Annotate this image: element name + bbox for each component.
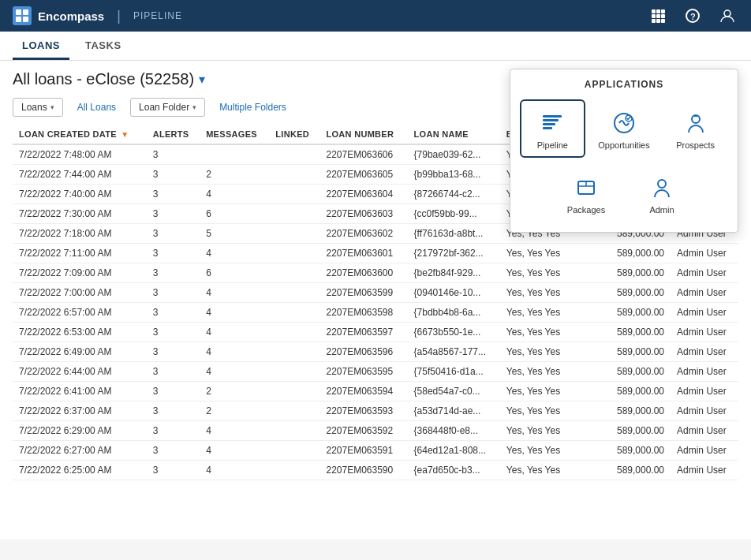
- cell-alerts: 3: [147, 185, 200, 204]
- grid-icon-button[interactable]: [647, 5, 669, 27]
- cell-borrower: Yes, Yes Yes: [500, 401, 605, 421]
- svg-rect-10: [652, 19, 656, 23]
- header: Encompass | PIPELINE ?: [0, 0, 751, 32]
- cell-date: 7/22/2022 7:40:00 AM: [13, 185, 147, 204]
- cell-amount: 589,000.00: [605, 263, 671, 283]
- cell-loan-name: {6673b550-1e...: [408, 323, 500, 342]
- cell-user: Admin User: [671, 362, 738, 382]
- table-row[interactable]: 7/22/2022 6:57:00 AM 3 4 2207EM063598 {7…: [13, 303, 738, 323]
- table-row[interactable]: 7/22/2022 7:11:00 AM 3 4 2207EM063601 {2…: [13, 244, 738, 263]
- cell-linked: [269, 263, 319, 283]
- cell-linked: [269, 165, 319, 185]
- cell-borrower: Yes, Yes Yes: [500, 244, 605, 263]
- cell-date: 7/22/2022 7:18:00 AM: [13, 224, 147, 244]
- cell-linked: [269, 461, 319, 480]
- cell-amount: 589,000.00: [605, 303, 671, 323]
- cell-borrower: Yes, Yes Yes: [500, 263, 605, 283]
- loans-filter-button[interactable]: Loans ▾: [13, 98, 63, 117]
- cell-user: Admin User: [671, 303, 738, 323]
- svg-rect-18: [543, 123, 555, 125]
- cell-loan-name: {a53d714d-ae...: [408, 401, 500, 421]
- table-row[interactable]: 7/22/2022 6:49:00 AM 3 4 2207EM063596 {a…: [13, 342, 738, 362]
- cell-loan-name: {75f50416-d1a...: [408, 362, 500, 382]
- popup-grid-row1: Pipeline Opportunities: [520, 99, 728, 158]
- cell-borrower: Yes, Yes Yes: [500, 441, 605, 461]
- cell-loan-name: {ff76163d-a8bt...: [408, 224, 500, 244]
- cell-linked: [269, 441, 319, 461]
- tab-loans[interactable]: LOANS: [13, 32, 69, 60]
- col-loan-name[interactable]: LOAN NAME: [408, 125, 500, 144]
- cell-date: 7/22/2022 7:44:00 AM: [13, 165, 147, 185]
- cell-linked: [269, 185, 319, 204]
- col-loan-number[interactable]: LOAN NUMBER: [319, 125, 407, 144]
- table-row[interactable]: 7/22/2022 6:44:00 AM 3 4 2207EM063595 {7…: [13, 362, 738, 382]
- cell-borrower: Yes, Yes Yes: [500, 342, 605, 362]
- cell-date: 7/22/2022 7:48:00 AM: [13, 144, 147, 165]
- col-messages[interactable]: MESSAGES: [200, 125, 269, 144]
- admin-svg: [649, 175, 674, 200]
- help-icon-button[interactable]: ?: [682, 5, 704, 27]
- cell-user: Admin User: [671, 323, 738, 342]
- table-row[interactable]: 7/22/2022 6:53:00 AM 3 4 2207EM063597 {6…: [13, 323, 738, 342]
- table-row[interactable]: 7/22/2022 6:25:00 AM 3 4 2207EM063590 {e…: [13, 461, 738, 480]
- popup-item-packages[interactable]: Packages: [551, 164, 621, 222]
- cell-user: Admin User: [671, 421, 738, 441]
- cell-messages: 4: [200, 323, 269, 342]
- cell-date: 7/22/2022 7:00:00 AM: [13, 283, 147, 303]
- cell-loan-name: {cc0f59bb-99...: [408, 204, 500, 224]
- table-row[interactable]: 7/22/2022 6:27:00 AM 3 4 2207EM063591 {6…: [13, 441, 738, 461]
- cell-alerts: 3: [147, 244, 200, 263]
- tabs-bar: LOANS TASKS: [0, 32, 751, 61]
- cell-date: 7/22/2022 6:27:00 AM: [13, 441, 147, 461]
- col-linked[interactable]: LINKED: [269, 125, 319, 144]
- popup-item-prospects[interactable]: Prospects: [663, 99, 728, 158]
- loan-folder-filter-button[interactable]: Loan Folder ▾: [130, 98, 205, 117]
- table-row[interactable]: 7/22/2022 6:41:00 AM 3 2 2207EM063594 {5…: [13, 382, 738, 401]
- cell-messages: 6: [200, 204, 269, 224]
- popup-item-opportunities[interactable]: Opportunities: [592, 99, 657, 158]
- cell-alerts: 3: [147, 165, 200, 185]
- title-dropdown-chevron[interactable]: ▾: [199, 72, 205, 87]
- user-icon-button[interactable]: [716, 5, 738, 27]
- cell-loan-name: {79bae039-62...: [408, 144, 500, 165]
- header-icons: ?: [647, 5, 738, 27]
- table-row[interactable]: 7/22/2022 7:00:00 AM 3 4 2207EM063599 {0…: [13, 283, 738, 303]
- cell-loan-number: 2207EM063592: [319, 421, 407, 441]
- svg-text:?: ?: [690, 12, 696, 21]
- cell-user: Admin User: [671, 461, 738, 480]
- svg-rect-11: [656, 19, 660, 23]
- cell-user: Admin User: [671, 441, 738, 461]
- svg-point-26: [658, 180, 666, 188]
- tab-tasks[interactable]: TASKS: [76, 32, 131, 60]
- table-row[interactable]: 7/22/2022 7:09:00 AM 3 6 2207EM063600 {b…: [13, 263, 738, 283]
- cell-alerts: 3: [147, 224, 200, 244]
- cell-borrower: Yes, Yes Yes: [500, 283, 605, 303]
- col-alerts[interactable]: ALERTS: [147, 125, 200, 144]
- prospects-item-label: Prospects: [676, 140, 715, 150]
- svg-rect-16: [543, 115, 562, 118]
- cell-date: 7/22/2022 6:53:00 AM: [13, 323, 147, 342]
- col-date[interactable]: LOAN CREATED DATE ▼: [13, 125, 147, 144]
- logo-text: Encompass: [38, 9, 104, 23]
- svg-rect-1: [23, 9, 28, 15]
- all-loans-link[interactable]: All Loans: [69, 99, 124, 116]
- cell-loan-number: 2207EM063591: [319, 441, 407, 461]
- cell-loan-name: {7bdbb4b8-6a...: [408, 303, 500, 323]
- cell-messages: 4: [200, 283, 269, 303]
- cell-alerts: 3: [147, 323, 200, 342]
- cell-date: 7/22/2022 6:25:00 AM: [13, 461, 147, 480]
- popup-item-pipeline[interactable]: Pipeline: [520, 99, 585, 158]
- cell-messages: 4: [200, 421, 269, 441]
- cell-user: Admin User: [671, 401, 738, 421]
- popup-item-admin[interactable]: Admin: [627, 164, 697, 222]
- cell-user: Admin User: [671, 263, 738, 283]
- cell-date: 7/22/2022 6:49:00 AM: [13, 342, 147, 362]
- multiple-folders-link[interactable]: Multiple Folders: [211, 99, 294, 116]
- table-row[interactable]: 7/22/2022 6:29:00 AM 3 4 2207EM063592 {3…: [13, 421, 738, 441]
- cell-loan-number: 2207EM063598: [319, 303, 407, 323]
- pipeline-icon: [538, 109, 566, 137]
- table-row[interactable]: 7/22/2022 6:37:00 AM 3 2 2207EM063593 {a…: [13, 401, 738, 421]
- opportunities-icon: [610, 109, 638, 137]
- cell-alerts: 3: [147, 263, 200, 283]
- packages-icon: [572, 174, 600, 202]
